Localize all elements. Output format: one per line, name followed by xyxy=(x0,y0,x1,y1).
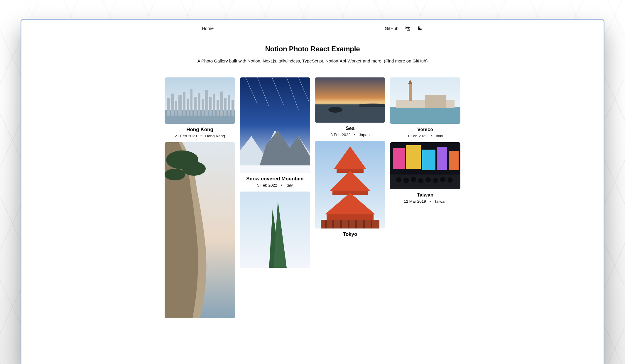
photo-location: Hong Kong xyxy=(205,134,225,138)
svg-point-69 xyxy=(396,177,401,182)
photo-title: Taiwan xyxy=(391,192,459,198)
top-nav: Home GitHub xyxy=(200,20,425,34)
photo-date: 1 Feb 2022 xyxy=(407,134,427,138)
svg-rect-9 xyxy=(187,99,189,116)
svg-rect-14 xyxy=(205,90,208,116)
nav-github-link[interactable]: GitHub xyxy=(385,26,398,31)
page-subtitle: A Photo Gallery built with Notion, Next.… xyxy=(27,58,598,63)
photo-caption: Sea 3 Feb 2022 • Japan xyxy=(315,123,385,138)
svg-rect-12 xyxy=(198,93,200,116)
gallery-column: Sea 3 Feb 2022 • Japan xyxy=(315,77,385,318)
svg-rect-15 xyxy=(209,97,212,116)
subtitle-suffix: ) xyxy=(426,58,428,63)
meta-separator: • xyxy=(198,134,204,138)
link-notion[interactable]: Notion xyxy=(248,58,260,63)
photo-caption: Tokyo xyxy=(315,228,385,238)
photo-thumbnail xyxy=(390,77,460,124)
link-tailwindcss[interactable]: tailwindcss xyxy=(278,58,300,63)
page-viewport: Home GitHub xyxy=(21,20,604,364)
svg-point-40 xyxy=(328,107,342,113)
photo-card-cliff[interactable] xyxy=(165,142,235,318)
meta-separator: • xyxy=(427,199,433,204)
photo-date: 12 Mar 2019 xyxy=(404,199,426,204)
svg-rect-11 xyxy=(194,97,197,116)
link-typescript[interactable]: TypeScript xyxy=(302,58,323,63)
svg-point-75 xyxy=(440,177,445,182)
photo-caption: Hong Kong 21 Feb 2023 • Hong Kong xyxy=(165,124,235,139)
photo-thumbnail xyxy=(240,192,310,268)
svg-rect-10 xyxy=(190,89,192,116)
svg-rect-59 xyxy=(409,83,412,101)
svg-rect-61 xyxy=(425,95,446,108)
photo-title: Tokyo xyxy=(316,231,384,237)
meta-separator: • xyxy=(428,134,435,138)
nav-home-link[interactable]: Home xyxy=(202,26,214,31)
svg-point-71 xyxy=(411,177,416,182)
subtitle-prefix: A Photo Gallery built with xyxy=(197,58,248,63)
photo-location: Taiwan xyxy=(434,199,447,204)
svg-rect-19 xyxy=(224,98,227,116)
svg-rect-53 xyxy=(355,220,357,228)
svg-rect-66 xyxy=(437,147,447,170)
svg-rect-63 xyxy=(393,148,405,169)
photo-card-taiwan[interactable]: Taiwan 12 Mar 2019 • Taiwan xyxy=(390,142,460,204)
photo-meta: 12 Mar 2019 • Taiwan xyxy=(391,199,459,204)
svg-rect-65 xyxy=(422,150,435,170)
svg-rect-17 xyxy=(217,100,219,116)
photo-thumbnail xyxy=(165,77,235,124)
photo-thumbnail xyxy=(240,77,310,173)
photo-card-venice[interactable]: Venice 1 Feb 2022 • Italy xyxy=(390,77,460,139)
page-title: Notion Photo React Example xyxy=(27,45,598,53)
svg-rect-54 xyxy=(363,220,365,228)
svg-rect-52 xyxy=(348,220,349,228)
photo-date: 3 Feb 2022 xyxy=(330,133,350,137)
meta-separator: • xyxy=(278,183,284,187)
svg-rect-20 xyxy=(228,95,230,116)
gallery-column: Snow covered Mountain 5 Feb 2022 • Italy xyxy=(240,77,310,318)
photo-card-trees[interactable] xyxy=(240,192,310,268)
svg-rect-18 xyxy=(220,92,223,116)
photo-card-sea[interactable]: Sea 3 Feb 2022 • Japan xyxy=(315,77,385,138)
photo-caption: Snow covered Mountain 5 Feb 2022 • Italy xyxy=(240,173,310,188)
photo-thumbnail xyxy=(315,77,385,123)
photo-location: Italy xyxy=(286,183,293,187)
svg-point-76 xyxy=(447,177,453,183)
photo-card-snow-mountain[interactable]: Snow covered Mountain 5 Feb 2022 • Italy xyxy=(240,77,310,188)
svg-point-74 xyxy=(433,178,438,183)
photo-title: Hong Kong xyxy=(166,127,234,133)
photo-location: Italy xyxy=(436,134,443,138)
photo-meta: 21 Feb 2023 • Hong Kong xyxy=(166,134,234,138)
photo-thumbnail xyxy=(315,141,385,228)
photo-title: Snow covered Mountain xyxy=(241,176,309,182)
svg-rect-8 xyxy=(183,92,185,116)
link-notion-api-worker[interactable]: Notion-Api-Worker xyxy=(325,58,362,63)
svg-rect-64 xyxy=(406,145,421,169)
photo-meta: 5 Feb 2022 • Italy xyxy=(241,183,309,187)
dark-mode-icon[interactable] xyxy=(417,25,423,31)
language-icon[interactable] xyxy=(404,25,411,31)
link-nextjs[interactable]: Next.js xyxy=(263,58,276,63)
hero: Notion Photo React Example A Photo Galle… xyxy=(21,34,604,69)
photo-gallery: Hong Kong 21 Feb 2023 • Hong Kong xyxy=(165,77,460,318)
photo-caption: Venice 1 Feb 2022 • Italy xyxy=(390,124,460,139)
svg-point-25 xyxy=(165,169,185,180)
svg-rect-4 xyxy=(167,98,170,116)
photo-card-hong-kong[interactable]: Hong Kong 21 Feb 2023 • Hong Kong xyxy=(165,77,235,139)
photo-meta: 1 Feb 2022 • Italy xyxy=(391,134,459,138)
link-github[interactable]: GitHub xyxy=(413,58,426,63)
photo-card-tokyo[interactable]: Tokyo xyxy=(315,141,385,238)
svg-rect-67 xyxy=(449,151,459,170)
svg-rect-49 xyxy=(325,220,327,228)
svg-rect-51 xyxy=(340,220,342,228)
svg-rect-50 xyxy=(332,220,334,228)
gallery-column: Venice 1 Feb 2022 • Italy xyxy=(390,77,460,318)
svg-rect-57 xyxy=(390,107,460,124)
svg-point-24 xyxy=(182,162,206,176)
svg-rect-7 xyxy=(178,95,182,116)
photo-meta: 3 Feb 2022 • Japan xyxy=(316,133,384,137)
photo-date: 21 Feb 2023 xyxy=(175,134,197,138)
gallery-column: Hong Kong 21 Feb 2023 • Hong Kong xyxy=(165,77,235,318)
photo-title: Sea xyxy=(316,126,384,131)
photo-caption: Taiwan 12 Mar 2019 • Taiwan xyxy=(390,189,460,204)
svg-rect-13 xyxy=(202,99,204,116)
